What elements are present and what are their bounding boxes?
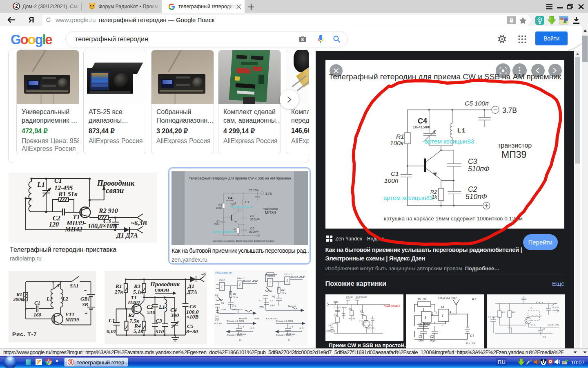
svg-text:R2 910: R2 910 [98, 207, 118, 214]
svg-text:−: − [84, 288, 87, 294]
svg-text:Д1 Д7А: Д1 Д7А [116, 232, 138, 239]
svg-text:1: 1 [286, 278, 288, 283]
svg-text:DD1.1: DD1.1 [267, 274, 275, 278]
svg-text:0.01 мкФ: 0.01 мкФ [359, 319, 369, 322]
svg-text:2: 2 [15, 3, 18, 9]
svg-text:120: 120 [49, 221, 59, 228]
svg-text:~б: ~б [201, 272, 206, 276]
svg-text:С1: С1 [221, 301, 224, 305]
svg-text:R4: R4 [349, 308, 352, 310]
svg-text:С1: С1 [259, 299, 263, 302]
svg-text:27к: 27к [114, 289, 124, 295]
svg-text:2: 2 [432, 312, 433, 316]
svg-text:С6 0,01мФ: С6 0,01мФ [356, 296, 367, 298]
svg-text:C2: C2 [430, 335, 434, 339]
svg-text:SQ: SQ [272, 295, 275, 298]
svg-text:47 0м: 47 0м [349, 317, 355, 320]
svg-text:10 к: 10 к [281, 292, 287, 295]
svg-text:Телеграфный гетеродин для прие: Телеграфный гетеродин для приема CW и SS… [189, 176, 292, 180]
svg-text:9 В: 9 В [299, 327, 303, 330]
svg-text:С4: С4 [241, 325, 244, 328]
svg-text:C3: C3 [468, 157, 477, 166]
svg-text:R3: R3 [134, 283, 140, 289]
svg-text:L1: L1 [46, 296, 52, 302]
svg-text:510пФ: 510пФ [466, 193, 487, 201]
svg-text:R2: R2 [281, 288, 285, 292]
svg-text:П401: П401 [127, 299, 140, 305]
svg-text:6-12V: 6-12V [552, 306, 559, 309]
svg-text:VT1: VT1 [368, 324, 372, 327]
svg-text:DD1: DD1 [253, 317, 259, 320]
svg-text:артем косицын83: артем косицын83 [383, 194, 433, 201]
svg-text:68p: 68p [419, 339, 423, 342]
svg-text:Д7А: Д7А [186, 289, 197, 295]
svg-text:R1: R1 [233, 292, 236, 296]
svg-text:3: 3 [434, 311, 437, 315]
svg-text:R1: R1 [396, 133, 404, 140]
svg-text:связи: связи [155, 286, 169, 293]
svg-text:L1: L1 [530, 307, 532, 310]
svg-text:R1: R1 [502, 311, 505, 314]
svg-text:К выв. 14 DD1: К выв. 14 DD1 [275, 319, 293, 323]
svg-text:9 В: 9 В [250, 327, 254, 330]
svg-text:катушка на каркасе 16мм содерж: катушка на каркасе 16мм содержит 100витк… [384, 215, 523, 222]
svg-text:Выход: Выход [243, 279, 251, 283]
svg-text:C2: C2 [468, 185, 477, 193]
svg-text:С5: С5 [360, 310, 363, 312]
svg-text:8−30: 8−30 [186, 328, 198, 334]
svg-text:10-415пФ: 10-415пФ [413, 125, 430, 129]
svg-text:С4: С4 [328, 324, 331, 327]
svg-text:связи: связи [106, 186, 124, 195]
svg-text:Выход: Выход [290, 275, 298, 278]
svg-text:МП39: МП39 [501, 149, 526, 160]
svg-text:транзистор: транзистор [498, 142, 532, 149]
svg-text:Q1 455K: Q1 455K [419, 323, 431, 326]
svg-text:300: 300 [170, 312, 179, 318]
svg-text:C5 100п: C5 100п [465, 100, 489, 107]
svg-text:Выход: Выход [288, 305, 296, 308]
svg-text:С3: С3 [270, 299, 274, 302]
svg-text:4: 4 [450, 310, 451, 314]
svg-text:dxfstorage.net: dxfstorage.net [215, 271, 232, 274]
svg-text:L1: L1 [37, 181, 45, 188]
svg-text:C4: C4 [418, 117, 427, 125]
svg-text:С2 0,01 мкФ: С2 0,01 мкФ [334, 306, 347, 309]
svg-text:1: 1 [221, 284, 223, 288]
svg-text:МП42: МП42 [65, 226, 82, 233]
svg-text:L1: L1 [215, 293, 218, 296]
svg-text:×10В: ×10В [186, 314, 198, 320]
svg-text:5,1к: 5,1к [133, 289, 143, 295]
svg-text:1: 1 [423, 308, 424, 312]
svg-text:SA1: SA1 [70, 283, 79, 289]
svg-text:+12В (стаб.): +12В (стаб.) [384, 304, 400, 307]
svg-text:С3: С3 [156, 318, 162, 324]
svg-text:W1: W1 [472, 297, 476, 301]
svg-text:2200 пФ: 2200 пФ [326, 330, 335, 332]
svg-text:R2: R2 [128, 312, 135, 318]
svg-text:МП39: МП39 [65, 317, 79, 323]
svg-text:С4 10н: С4 10н [346, 296, 353, 298]
svg-text:~6,3В: ~6,3В [131, 220, 147, 227]
svg-text:C4: C4 [542, 328, 545, 330]
svg-text:D1-К561ЛН2: D1-К561ЛН2 [438, 296, 457, 300]
svg-text:б): б) [288, 338, 291, 341]
svg-text:R2: R2 [512, 311, 515, 314]
svg-text:К выв. 14 DD1: К выв. 14 DD1 [226, 319, 244, 323]
svg-text:510: 510 [147, 309, 156, 315]
svg-text:L1: L1 [457, 127, 466, 134]
svg-text:1: 1 [239, 283, 241, 287]
svg-text:100,0×10В: 100,0×10В [88, 222, 117, 229]
svg-text:DD1: DD1 [219, 278, 225, 282]
svg-text:VT1: VT1 [65, 312, 74, 317]
svg-text:C1: C1 [419, 335, 422, 339]
svg-text:100п: 100п [384, 177, 399, 184]
svg-text:С2: С2 [215, 319, 219, 322]
svg-text:510: 510 [156, 328, 164, 334]
svg-text:5,1к: 5,1к [233, 296, 238, 299]
svg-text:Д1: Д1 [187, 283, 194, 289]
svg-text:R1: R1 [115, 283, 122, 289]
svg-text:4,5..9V: 4,5..9V [466, 341, 476, 345]
svg-text:0,1 мк: 0,1 мк [214, 322, 222, 325]
svg-text:750: 750 [259, 305, 264, 309]
svg-text:14,0: 14,0 [270, 304, 275, 307]
